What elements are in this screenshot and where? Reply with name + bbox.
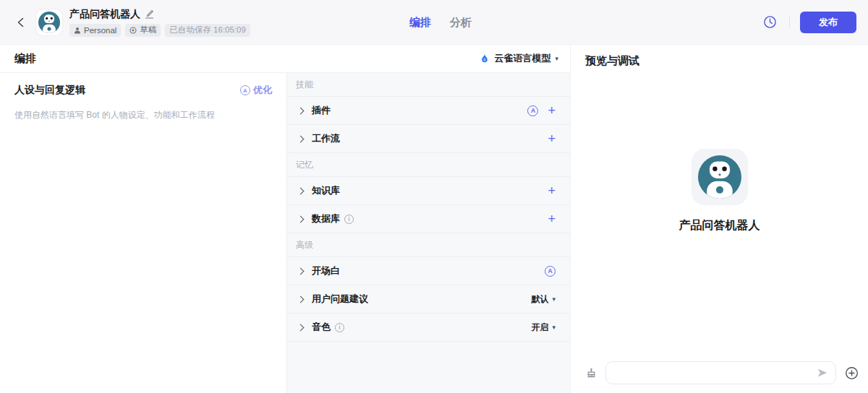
publish-button[interactable]: 发布 bbox=[800, 12, 856, 33]
draft-icon bbox=[129, 27, 137, 34]
row-database[interactable]: 数据库 i + bbox=[287, 205, 570, 233]
row-knowledge[interactable]: 知识库 + bbox=[287, 177, 570, 205]
model-selector-bar: 云雀语言模型 ▾ bbox=[286, 45, 570, 73]
persona-section: 人设与回复逻辑 A 优化 使用自然语言填写 Bot 的人物设定、功能和工作流程 bbox=[0, 73, 286, 132]
add-plugin-button[interactable]: + bbox=[548, 104, 556, 117]
row-suggestions[interactable]: 用户问题建议 默认 ▾ bbox=[287, 285, 570, 314]
panel-orchestrate: 编排 人设与回复逻辑 A 优化 使用自然语言填写 Bot 的人物设定、功能和工作… bbox=[0, 45, 286, 393]
info-icon: i bbox=[335, 323, 344, 332]
persona-section-title: 人设与回复逻辑 bbox=[14, 84, 85, 97]
model-lark-icon bbox=[480, 53, 490, 64]
bot-avatar bbox=[36, 9, 62, 35]
chevron-left-icon bbox=[16, 17, 26, 27]
persona-description: 使用自然语言填写 Bot 的人物设定、功能和工作流程 bbox=[14, 108, 272, 121]
autosave-badge: 已自动保存 16:05:09 bbox=[165, 24, 250, 37]
history-button[interactable] bbox=[760, 13, 779, 32]
main-area: 编排 人设与回复逻辑 A 优化 使用自然语言填写 Bot 的人物设定、功能和工作… bbox=[0, 45, 868, 393]
row-opening[interactable]: 开场白 A bbox=[287, 257, 570, 285]
chevron-right-icon bbox=[297, 324, 305, 331]
chevron-right-icon bbox=[297, 135, 305, 142]
chevron-down-icon: ▾ bbox=[552, 295, 556, 303]
auto-generate-opening-icon[interactable]: A bbox=[545, 266, 556, 277]
tab-orchestrate[interactable]: 编排 bbox=[409, 16, 431, 30]
bot-title: 产品问答机器人 bbox=[69, 8, 140, 21]
orchestrate-panel-title: 编排 bbox=[0, 45, 286, 73]
person-icon bbox=[74, 27, 81, 34]
divider bbox=[789, 17, 790, 28]
chevron-right-icon bbox=[297, 187, 305, 194]
row-workflow[interactable]: 工作流 + bbox=[287, 125, 570, 153]
chevron-right-icon bbox=[297, 107, 305, 114]
edit-icon[interactable] bbox=[145, 9, 154, 19]
suggestions-mode-select[interactable]: 默认 ▾ bbox=[531, 293, 556, 306]
panel-preview: 预览与调试 产品问答机器人 bbox=[570, 45, 868, 393]
panel-config: 云雀语言模型 ▾ 技能 插件 A + 工作流 + bbox=[286, 45, 570, 393]
ai-optimize-icon: A bbox=[240, 85, 250, 95]
plus-circle-icon bbox=[845, 366, 859, 380]
group-label-memory: 记忆 bbox=[287, 153, 570, 177]
chat-input-wrap bbox=[605, 361, 836, 384]
row-voice[interactable]: 音色 i 开启 ▾ bbox=[287, 314, 570, 342]
add-knowledge-button[interactable]: + bbox=[548, 184, 556, 197]
chevron-right-icon bbox=[297, 267, 305, 275]
bot-meta: 产品问答机器人 Personal 草稿 已自动保存 16:05:09 bbox=[69, 8, 250, 37]
chat-input[interactable] bbox=[605, 361, 836, 384]
clock-history-icon bbox=[763, 15, 777, 29]
auto-add-plugin-icon[interactable]: A bbox=[527, 105, 538, 116]
send-icon[interactable] bbox=[816, 366, 829, 379]
info-icon: i bbox=[344, 215, 354, 224]
add-workflow-button[interactable]: + bbox=[548, 132, 556, 145]
preview-bot-card: 产品问答机器人 bbox=[571, 68, 868, 233]
voice-toggle-select[interactable]: 开启 ▾ bbox=[531, 321, 556, 334]
chat-input-bar bbox=[571, 361, 868, 384]
optimize-button[interactable]: A 优化 bbox=[240, 84, 272, 97]
header-tabs: 编排 分析 bbox=[409, 0, 472, 45]
preview-bot-avatar bbox=[692, 149, 748, 205]
add-database-button[interactable]: + bbox=[548, 212, 556, 225]
group-label-skills: 技能 bbox=[287, 73, 570, 97]
robot-avatar-icon bbox=[698, 155, 741, 199]
chevron-right-icon bbox=[297, 295, 305, 303]
top-right-actions: 发布 bbox=[760, 12, 856, 33]
add-attachment-button[interactable] bbox=[843, 365, 859, 381]
broom-icon bbox=[585, 367, 597, 379]
preview-panel-title: 预览与调试 bbox=[571, 45, 868, 68]
group-label-advanced: 高级 bbox=[287, 233, 570, 257]
robot-avatar-icon bbox=[38, 12, 60, 33]
chevron-down-icon: ▾ bbox=[552, 324, 556, 331]
draft-badge: 草稿 bbox=[125, 24, 161, 37]
chevron-right-icon bbox=[297, 215, 305, 223]
config-list: 技能 插件 A + 工作流 + 记忆 知识库 bbox=[286, 73, 570, 393]
clear-chat-button[interactable] bbox=[584, 366, 598, 380]
model-selector[interactable]: 云雀语言模型 ▾ bbox=[480, 52, 558, 65]
preview-bot-name: 产品问答机器人 bbox=[679, 218, 760, 233]
row-plugins[interactable]: 插件 A + bbox=[287, 97, 570, 125]
workspace-badge: Personal bbox=[69, 24, 121, 37]
back-button[interactable] bbox=[12, 13, 30, 32]
top-bar: 产品问答机器人 Personal 草稿 已自动保存 16:05:09 编排 分析… bbox=[0, 0, 868, 45]
tab-analyze[interactable]: 分析 bbox=[450, 16, 472, 30]
chevron-down-icon: ▾ bbox=[555, 55, 558, 62]
